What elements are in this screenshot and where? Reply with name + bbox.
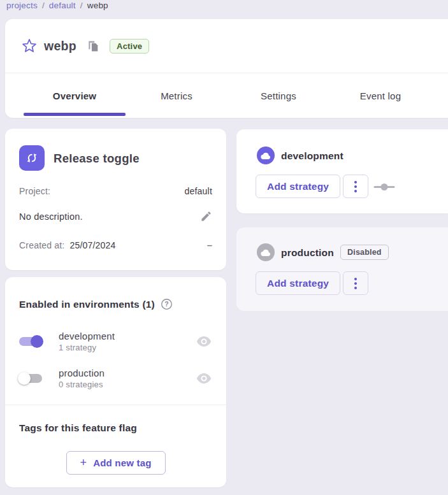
project-label: Project: xyxy=(19,186,50,196)
page-title: webp xyxy=(44,39,76,54)
development-environment-card: development Add strategy xyxy=(236,129,448,213)
disabled-badge: Disabled xyxy=(340,245,389,260)
breadcrumb: projects / default / webp xyxy=(6,1,108,10)
environment-row-development: development 1 strategy xyxy=(18,327,211,355)
project-value: default xyxy=(185,186,212,196)
tab-event-log[interactable]: Event log xyxy=(329,73,431,118)
help-icon[interactable]: ? xyxy=(161,298,173,310)
svg-text:?: ? xyxy=(164,301,168,308)
created-value: 25/07/2024 xyxy=(69,240,115,250)
production-toggle[interactable] xyxy=(18,371,43,385)
description-row: No description. xyxy=(19,210,212,222)
add-new-tag-button[interactable]: + Add new tag xyxy=(66,451,165,475)
created-label: Created at: xyxy=(19,240,64,250)
feature-header-card: webp Active Overview Metrics Settings Ev… xyxy=(5,19,448,118)
strategy-connector-icon xyxy=(373,182,396,194)
environment-strategy-count: 0 strategies xyxy=(59,380,197,389)
breadcrumb-projects-link[interactable]: projects xyxy=(6,1,38,10)
tab-bar: Overview Metrics Settings Event log xyxy=(24,73,431,118)
flag-details-card: Release toggle Project: default No descr… xyxy=(5,129,226,270)
add-new-tag-label: Add new tag xyxy=(93,457,151,468)
release-toggle-icon xyxy=(19,145,45,171)
tab-metrics[interactable]: Metrics xyxy=(126,73,228,118)
created-row: Created at: 25/07/2024 – xyxy=(19,240,212,250)
add-strategy-button[interactable]: Add strategy xyxy=(256,175,340,198)
edit-description-icon[interactable] xyxy=(200,210,212,222)
active-tab-indicator xyxy=(24,113,126,116)
tab-overview[interactable]: Overview xyxy=(24,73,126,118)
environment-card-name: production xyxy=(281,247,334,259)
environment-menu-button[interactable] xyxy=(343,175,368,198)
status-badge: Active xyxy=(110,39,149,54)
breadcrumb-default-link[interactable]: default xyxy=(49,1,76,10)
project-row: Project: default xyxy=(19,186,212,196)
environment-strategy-count: 1 strategy xyxy=(59,343,197,352)
plus-icon: + xyxy=(80,456,87,470)
development-toggle[interactable] xyxy=(18,334,43,348)
eye-icon[interactable] xyxy=(197,336,211,347)
description-text: No description. xyxy=(19,212,83,222)
flag-type-label: Release toggle xyxy=(54,152,140,166)
production-environment-card: production Disabled Add strategy xyxy=(236,227,448,311)
breadcrumb-separator: / xyxy=(42,1,45,10)
feature-title-row: webp Active xyxy=(5,19,448,73)
breadcrumb-separator: / xyxy=(80,1,83,10)
environment-row-production: production 0 strategies xyxy=(18,364,211,392)
environments-heading: Enabled in environments (1) xyxy=(19,299,155,310)
tags-heading: Tags for this feature flag xyxy=(19,422,137,434)
favorite-star-icon[interactable] xyxy=(22,38,37,54)
eye-icon[interactable] xyxy=(197,373,211,384)
breadcrumb-current: webp xyxy=(87,1,108,10)
environment-name: development xyxy=(59,331,197,341)
panel-divider xyxy=(5,405,226,405)
environment-menu-button[interactable] xyxy=(343,271,368,295)
cloud-environment-icon xyxy=(257,147,275,164)
add-strategy-button[interactable]: Add strategy xyxy=(256,271,340,295)
environment-name: production xyxy=(59,368,197,378)
tab-settings[interactable]: Settings xyxy=(228,73,329,118)
copy-name-icon[interactable] xyxy=(88,40,99,52)
environments-panel: Enabled in environments (1) ? developmen… xyxy=(5,277,226,487)
environment-card-name: development xyxy=(281,150,343,162)
cloud-environment-icon xyxy=(257,243,275,261)
created-extra-dash: – xyxy=(207,240,212,250)
